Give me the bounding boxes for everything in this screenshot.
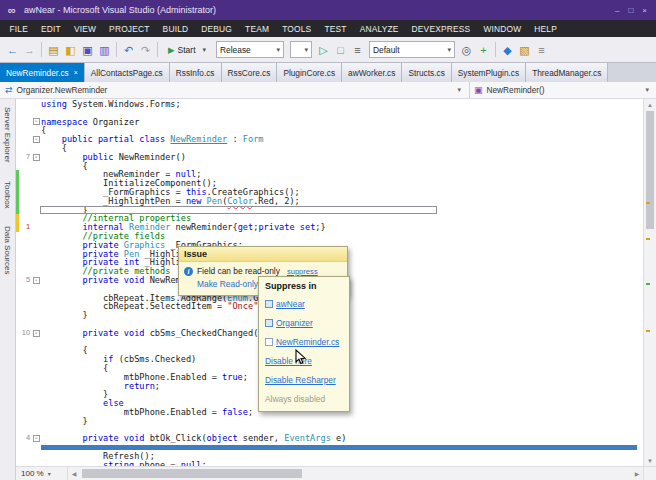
save-icon[interactable]: ▣: [79, 38, 96, 62]
list-icon[interactable]: ≡: [533, 38, 550, 62]
configuration-combo[interactable]: Release▾: [216, 41, 284, 58]
minimize-button[interactable]: –: [615, 6, 619, 15]
nav-back-icon[interactable]: ←: [4, 38, 21, 62]
gutter-annotation: [19, 452, 31, 461]
title-bar: ∞ awNear - Microsoft Visual Studio (Admi…: [0, 0, 656, 20]
suppress-item-label: awNear: [276, 299, 305, 309]
fold-marker: [31, 452, 41, 461]
undo-icon[interactable]: ↶: [120, 38, 137, 62]
menu-devexpress[interactable]: DEVEXPRESS: [405, 20, 477, 37]
side-tab-data-sources[interactable]: Data Sources: [3, 226, 12, 274]
redo-icon[interactable]: ↷: [137, 38, 154, 62]
tab-structs-cs[interactable]: Structs.cs: [402, 63, 451, 82]
step-icon[interactable]: ≡: [349, 38, 366, 62]
vertical-scrollbar[interactable]: ▲ ▼: [643, 99, 656, 466]
tab-allcontactspage-cs[interactable]: AllContactsPage.cs: [85, 63, 170, 82]
fold-marker[interactable]: -: [31, 329, 41, 338]
horizontal-scrollbar-thumb[interactable]: [82, 469, 302, 478]
renderer-combo[interactable]: Default▾: [369, 41, 455, 58]
gutter-annotation[interactable]: 1: [19, 223, 31, 232]
side-tab-toolbox[interactable]: Toolbox: [3, 181, 12, 209]
fold-marker: [31, 382, 41, 391]
menu-view[interactable]: VIEW: [67, 20, 102, 37]
vertical-scrollbar-thumb[interactable]: [646, 111, 654, 229]
code-line[interactable]: 7- public NewReminder(): [16, 153, 643, 162]
gutter-annotation: [19, 382, 31, 391]
menu-help[interactable]: HELP: [528, 20, 564, 37]
tab-systemplugin-cs[interactable]: SystemPlugin.cs: [452, 63, 526, 82]
close-button[interactable]: ×: [642, 6, 647, 15]
tab-threadmanager-cs[interactable]: ThreadManager.cs: [526, 63, 608, 82]
breadcrumb[interactable]: ⇄ Organizer.NewReminder ▾: [0, 82, 469, 98]
maximize-button[interactable]: □: [628, 6, 633, 15]
gutter-annotation[interactable]: 5: [19, 276, 31, 285]
menu-test[interactable]: TEST: [318, 20, 353, 37]
zoom-control[interactable]: 100 % ▾: [16, 467, 68, 480]
new-file-icon[interactable]: ▤: [45, 38, 62, 62]
chevron-down-icon[interactable]: ▾: [454, 86, 464, 94]
platform-combo[interactable]: ▾: [290, 41, 312, 58]
tab-rsscore-cs[interactable]: RssCore.cs: [222, 63, 278, 82]
menu-team[interactable]: TEAM: [239, 20, 276, 37]
gutter-annotation[interactable]: 10: [19, 329, 31, 338]
menu-window[interactable]: WINDOW: [477, 20, 528, 37]
fold-marker: [31, 267, 41, 276]
menu-project[interactable]: PROJECT: [103, 20, 157, 37]
menu-edit[interactable]: EDIT: [35, 20, 68, 37]
tab-awworker-cs[interactable]: awWorker.cs: [342, 63, 402, 82]
find-icon[interactable]: ◎: [458, 38, 475, 62]
open-folder-icon[interactable]: ◧: [62, 38, 79, 62]
menu-analyze[interactable]: ANALYZE: [353, 20, 405, 37]
chevron-down-icon[interactable]: ▾: [642, 86, 652, 94]
fold-marker[interactable]: -: [31, 434, 41, 443]
scroll-right-icon[interactable]: ▶: [631, 470, 643, 477]
vs-logo-icon: ∞: [5, 3, 19, 17]
fold-marker[interactable]: -: [31, 118, 41, 127]
close-icon[interactable]: ×: [74, 69, 78, 76]
fold-marker[interactable]: -: [31, 135, 41, 144]
fold-marker[interactable]: -: [31, 276, 41, 285]
member-dropdown[interactable]: ▣ NewReminder() ▾: [470, 82, 656, 98]
suppress-item-always-disabled[interactable]: Always disabled: [259, 389, 349, 408]
tab-plugincore-cs[interactable]: PluginCore.cs: [277, 63, 342, 82]
stop-icon[interactable]: □: [332, 38, 349, 62]
horizontal-scroll-row: 100 % ▾ ◀ ▶: [16, 466, 643, 480]
gutter-annotation: [19, 206, 31, 215]
save-all-icon[interactable]: ▥: [96, 38, 113, 62]
tab-rssinfo-cs[interactable]: RssInfo.cs: [170, 63, 222, 82]
menu-bar: FILEEDITVIEWPROJECTBUILDDEBUGTEAMTOOLSTE…: [0, 20, 656, 37]
suppress-item-organizer[interactable]: Organizer: [259, 313, 349, 332]
menu-debug[interactable]: DEBUG: [195, 20, 239, 37]
code-line[interactable]: - public partial class NewReminder : For…: [16, 135, 643, 144]
gutter-annotation: [19, 197, 31, 206]
comment-icon[interactable]: ▧: [516, 38, 533, 62]
code-line[interactable]: }: [16, 417, 643, 426]
horizontal-scrollbar[interactable]: [80, 467, 631, 480]
tab-label: NewReminder.cs: [6, 68, 69, 78]
suppress-item-disable-resharper[interactable]: Disable ReSharper: [259, 370, 349, 389]
fold-marker[interactable]: -: [31, 153, 41, 162]
tab-newreminder-cs[interactable]: NewReminder.cs×: [0, 63, 85, 82]
code-line[interactable]: -namespace Organizer: [16, 118, 643, 127]
gutter-annotation[interactable]: 7: [19, 153, 31, 162]
bookmark-icon[interactable]: ◆: [499, 38, 516, 62]
run-icon[interactable]: ▷: [315, 38, 332, 62]
code-line[interactable]: using System.Windows.Forms;: [16, 100, 643, 109]
gutter-annotation: [19, 170, 31, 179]
side-tab-server-explorer[interactable]: Server Explorer: [3, 107, 12, 163]
scroll-up-icon[interactable]: ▲: [644, 99, 656, 110]
menu-tools[interactable]: TOOLS: [276, 20, 318, 37]
code-line[interactable]: _HighlightPen = new Pen(Color.Red, 2);: [16, 197, 643, 206]
menu-build[interactable]: BUILD: [156, 20, 195, 37]
add-icon[interactable]: +: [475, 38, 492, 62]
gutter-annotation[interactable]: 4: [19, 434, 31, 443]
menu-file[interactable]: FILE: [3, 20, 35, 37]
start-debug-button[interactable]: ▶Start▾: [163, 41, 211, 59]
scroll-left-icon[interactable]: ◀: [68, 470, 80, 477]
suppress-link[interactable]: suppress: [287, 267, 318, 276]
nav-forward-icon[interactable]: →: [21, 38, 38, 62]
suppress-item-awnear[interactable]: awNear: [259, 294, 349, 313]
scroll-down-icon[interactable]: ▼: [644, 455, 656, 466]
gutter-annotation: [19, 311, 31, 320]
code-line[interactable]: 4- private void btOk_Click(object sender…: [16, 434, 643, 443]
